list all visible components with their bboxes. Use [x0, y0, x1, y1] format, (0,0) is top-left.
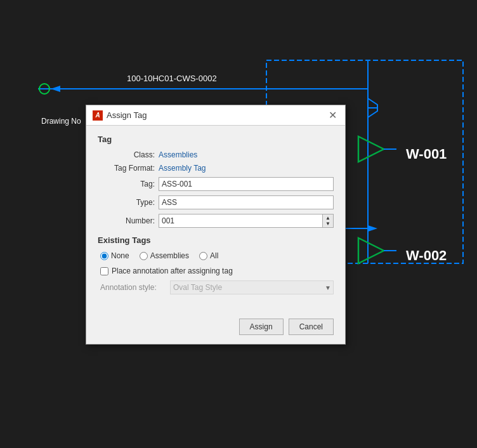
number-spinner[interactable]: ▲ ▼ [322, 214, 334, 228]
tag-format-value: Assembly Tag [159, 164, 206, 173]
place-annotation-label: Place annotation after assigning tag [112, 267, 233, 275]
number-input[interactable] [159, 214, 322, 228]
tag-field-label: Tag: [98, 180, 155, 188]
radio-none-label: None [111, 251, 129, 260]
tag-format-row: Tag Format: Assembly Tag [98, 164, 334, 173]
tag-section-label: Tag [98, 135, 334, 144]
number-label: Number: [98, 216, 155, 225]
assign-button[interactable]: Assign [239, 319, 284, 335]
assign-tag-dialog: A Assign Tag ✕ Tag Class: Assemblies Tag… [86, 105, 346, 345]
cancel-button[interactable]: Cancel [289, 319, 334, 335]
radio-all-item[interactable]: All [199, 251, 218, 260]
radio-none[interactable] [100, 252, 108, 260]
checkbox-row: Place annotation after assigning tag [98, 267, 334, 275]
radio-all[interactable] [199, 252, 207, 260]
tag-input[interactable] [159, 177, 334, 191]
type-field-row: Type: [98, 195, 334, 209]
number-field-row: Number: ▲ ▼ [98, 214, 334, 228]
annotation-row: Annotation style: Oval Tag Style ▼ [98, 280, 334, 294]
dialog-title: Assign Tag [107, 110, 147, 120]
existing-tags-label: Existing Tags [98, 235, 334, 245]
radio-all-label: All [210, 251, 218, 260]
radio-assemblies-label: Assemblies [150, 251, 189, 260]
type-input[interactable] [159, 195, 334, 209]
tag-section: Tag Class: Assemblies Tag Format: Assemb… [98, 135, 334, 228]
annotation-select-wrapper: Oval Tag Style ▼ [170, 280, 334, 294]
annotation-style-select[interactable]: Oval Tag Style [170, 280, 334, 294]
radio-assemblies-item[interactable]: Assemblies [140, 251, 189, 260]
annotation-style-label: Annotation style: [100, 283, 170, 292]
number-input-wrapper: ▲ ▼ [159, 214, 334, 228]
existing-tags-section: Existing Tags None Assemblies All [98, 235, 334, 294]
radio-none-item[interactable]: None [100, 251, 129, 260]
tag-field-row: Tag: [98, 177, 334, 191]
class-label: Class: [98, 150, 155, 159]
dialog-titlebar: A Assign Tag ✕ [86, 105, 345, 126]
dialog-content: Tag Class: Assemblies Tag Format: Assemb… [86, 126, 345, 312]
close-button[interactable]: ✕ [326, 109, 339, 122]
dialog-footer: Assign Cancel [86, 312, 345, 344]
dialog-app-icon: A [93, 110, 103, 121]
spinner-arrows: ▲ ▼ [325, 216, 330, 227]
tag-format-label: Tag Format: [98, 164, 155, 173]
radio-group: None Assemblies All [98, 251, 334, 260]
place-annotation-checkbox[interactable] [100, 267, 108, 275]
class-value: Assemblies [159, 150, 197, 159]
class-row: Class: Assemblies [98, 150, 334, 159]
radio-assemblies[interactable] [140, 252, 148, 260]
type-label: Type: [98, 198, 155, 207]
dialog-title-left: A Assign Tag [93, 110, 147, 121]
